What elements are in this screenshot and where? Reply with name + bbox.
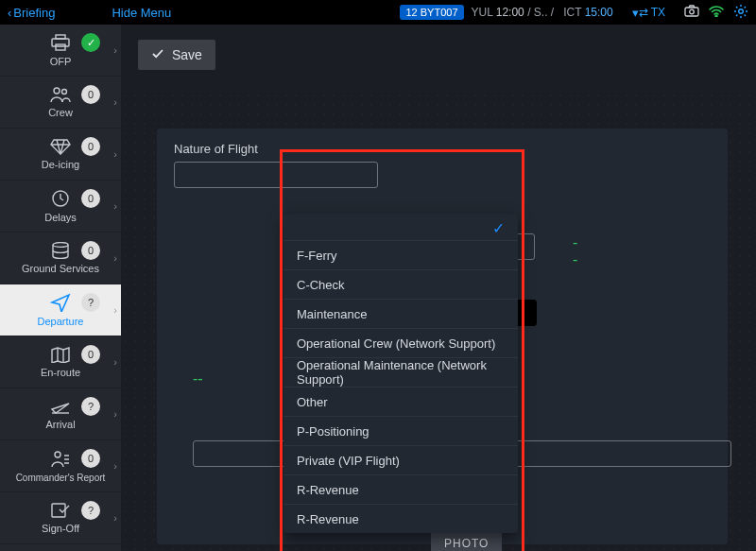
flight-id-pill: 12 BYT007: [400, 5, 463, 20]
save-button[interactable]: Save: [138, 40, 215, 70]
svg-rect-12: [52, 504, 65, 517]
svg-rect-0: [685, 8, 698, 16]
svg-rect-4: [52, 39, 69, 46]
dropdown-item[interactable]: Other: [284, 387, 518, 416]
printer-icon: [49, 33, 72, 52]
nature-of-flight-label: Nature of Flight: [174, 142, 711, 156]
svg-rect-5: [56, 35, 65, 39]
dropdown-item[interactable]: Operational Crew (Network Support): [284, 329, 518, 357]
arrival-segment: ICT 15:00: [563, 6, 613, 19]
database-icon: [51, 242, 70, 259]
nature-of-flight-select[interactable]: [174, 162, 378, 188]
svg-point-10: [53, 243, 68, 248]
dropdown-item-blank[interactable]: ✓: [284, 215, 518, 240]
dropdown-item[interactable]: C-Check: [284, 270, 518, 299]
sidebar-item-ofp[interactable]: ✓ OFP ›: [0, 25, 121, 77]
chevron-right-icon: ›: [113, 252, 117, 264]
chevron-right-icon: ›: [113, 408, 117, 420]
chevron-right-icon: ›: [113, 148, 117, 160]
target-status-dash: --: [573, 234, 577, 268]
camera-icon[interactable]: [684, 5, 699, 20]
back-label: Briefing: [13, 6, 55, 20]
hide-menu-button[interactable]: Hide Menu: [112, 6, 171, 20]
dropdown-item[interactable]: R-Revenue: [284, 475, 518, 504]
sidebar-item-commanders-report[interactable]: 0 Commander's Report ›: [0, 440, 121, 492]
chevron-right-icon: ›: [113, 356, 117, 368]
sidebar-item-arrival[interactable]: ? Arrival ›: [0, 388, 121, 440]
send-icon: [50, 293, 71, 312]
svg-point-11: [55, 452, 60, 457]
signoff-icon: [50, 502, 71, 519]
check-icon: ✓: [492, 219, 505, 237]
clock-icon: [51, 189, 70, 208]
chevron-right-icon: ›: [113, 200, 117, 212]
sidebar-item-en-route[interactable]: 0 En-route ›: [0, 336, 121, 388]
svg-point-3: [739, 9, 744, 13]
dropdown-item[interactable]: F-Ferry: [284, 241, 518, 269]
dropdown-item[interactable]: R-Revenue: [284, 505, 518, 533]
caret-down-icon[interactable]: ▾: [632, 6, 639, 20]
svg-point-2: [715, 15, 717, 17]
dropdown-item[interactable]: Maintenance: [284, 300, 518, 328]
departure-segment: YUL 12:00 / S.. /: [472, 6, 555, 19]
nature-of-flight-dropdown: ✓ F-Ferry C-Check Maintenance Operationa…: [284, 214, 518, 533]
chevron-right-icon: ›: [113, 44, 117, 56]
settings-icon[interactable]: [733, 4, 748, 22]
chevron-right-icon: ›: [113, 96, 117, 108]
arrival-plane-icon: [50, 398, 71, 415]
chevron-right-icon: ›: [113, 512, 117, 524]
sidebar-item-sign-off[interactable]: ? Sign-Off ›: [0, 492, 121, 544]
main-content: Save Nature of Flight Target lb -- Uplif…: [121, 25, 756, 551]
sync-icon: ⇄: [639, 6, 648, 19]
back-button[interactable]: ‹ Briefing: [8, 6, 55, 20]
sidebar-item-departure[interactable]: ? Departure ›: [0, 284, 121, 336]
svg-point-1: [690, 9, 695, 14]
status-dash: --: [193, 370, 203, 387]
tx-indicator[interactable]: ⇄ TX: [639, 6, 665, 19]
wifi-icon: [709, 6, 724, 20]
ok-badge: ✓: [81, 33, 100, 52]
sidebar-item-crew[interactable]: 0 Crew ›: [0, 77, 121, 129]
map-icon: [50, 346, 71, 363]
user-checklist-icon: [50, 450, 71, 469]
svg-rect-6: [56, 44, 65, 50]
chevron-right-icon: ›: [113, 304, 117, 316]
sidebar: ✓ OFP › 0 Crew › 0 De-icing › 0 Delays ›…: [0, 25, 121, 551]
dropdown-item[interactable]: Private (VIP Flight): [284, 446, 518, 474]
users-icon: [49, 86, 72, 103]
check-icon: [151, 47, 164, 62]
dropdown-item[interactable]: Operational Maintenance (Network Support…: [284, 358, 518, 387]
chevron-right-icon: ›: [113, 460, 117, 472]
svg-point-8: [62, 90, 67, 95]
diamond-icon: [50, 138, 71, 155]
sidebar-item-ground-services[interactable]: 0 Ground Services ›: [0, 232, 121, 284]
svg-point-7: [54, 88, 60, 94]
dropdown-item[interactable]: P-Positioning: [284, 417, 518, 445]
chevron-left-icon: ‹: [8, 6, 11, 20]
sidebar-item-delays[interactable]: 0 Delays ›: [0, 181, 121, 232]
sidebar-item-deicing[interactable]: 0 De-icing ›: [0, 129, 121, 181]
